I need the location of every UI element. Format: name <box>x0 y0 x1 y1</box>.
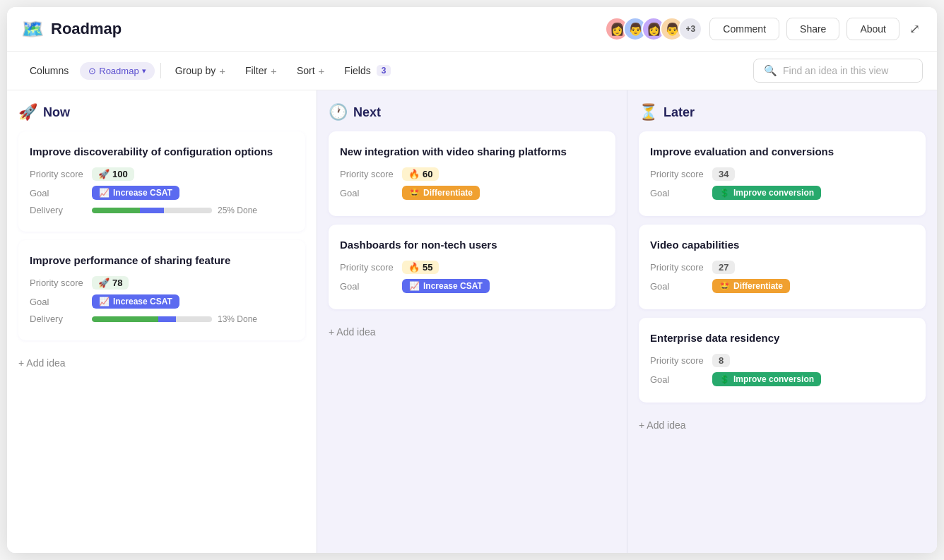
priority-label-7: Priority score <box>650 355 707 366</box>
card-5-goal-label: Improve conversion <box>733 188 814 198</box>
next-emoji: 🕐 <box>329 103 348 121</box>
card-1[interactable]: Improve discoverability of configuration… <box>18 131 305 232</box>
board: 🚀 Now Improve discoverability of configu… <box>7 90 937 553</box>
column-later-header: ⏳ Later <box>639 103 926 121</box>
avatars-group: 👩 👨 👩 👨 +3 <box>605 17 702 41</box>
now-add-idea[interactable]: + Add idea <box>18 355 305 371</box>
roadmap-selector[interactable]: ⊙ Roadmap ▾ <box>80 62 154 80</box>
card-6-goal-badge: 🤩 Differentiate <box>712 279 790 293</box>
card-5-score-value: 34 <box>719 169 728 179</box>
later-add-idea[interactable]: + Add idea <box>639 417 926 434</box>
card-1-delivery: Delivery 25% Done <box>30 205 294 215</box>
card-6-title: Video capabilities <box>650 237 914 252</box>
card-7-score-value: 8 <box>719 355 724 366</box>
card-2-priority: Priority score 🚀 78 <box>30 276 294 290</box>
card-2-score-badge: 🚀 78 <box>92 276 129 290</box>
card-4-score-value: 55 <box>423 262 432 273</box>
next-add-idea[interactable]: + Add idea <box>329 323 615 340</box>
columns-label: Columns <box>30 65 69 76</box>
priority-label-4: Priority score <box>340 262 396 273</box>
card-6-goal-label: Differentiate <box>733 281 783 291</box>
now-emoji: 🚀 <box>18 103 37 121</box>
card-4-goal-badge: 📈 Increase CSAT <box>402 279 490 293</box>
fields-count-badge: 3 <box>377 65 391 76</box>
card-2-delivery-bar-container: 13% Done <box>92 314 257 324</box>
card-1-title: Improve discoverability of configuration… <box>30 144 294 159</box>
comment-button[interactable]: Comment <box>709 18 779 40</box>
filter-button[interactable]: Filter + <box>237 61 285 81</box>
card-3-priority: Priority score 🔥 60 <box>340 167 604 181</box>
header-left: 🗺️ Roadmap <box>21 18 122 40</box>
goal-label-1: Goal <box>30 188 86 198</box>
card-4-title: Dashboards for non-tech users <box>340 237 604 252</box>
share-button[interactable]: Share <box>786 18 839 40</box>
card-5[interactable]: Improve evaluation and conversions Prior… <box>639 131 926 216</box>
priority-label-3: Priority score <box>340 169 396 179</box>
card-1-goal-label: Increase CSAT <box>113 188 172 198</box>
expand-button[interactable]: ⤢ <box>907 18 923 40</box>
sort-button[interactable]: Sort + <box>288 61 333 81</box>
card-4[interactable]: Dashboards for non-tech users Priority s… <box>329 225 615 309</box>
card-3-score-badge: 🔥 60 <box>402 167 439 181</box>
card-1-bar-green <box>92 208 140 213</box>
card-7-goal-emoji: 💲 <box>719 374 730 384</box>
column-next-header: 🕐 Next <box>329 103 615 121</box>
card-1-delivery-pct: 25% Done <box>218 205 257 215</box>
goal-label-2: Goal <box>30 297 86 307</box>
now-title: Now <box>43 105 70 120</box>
card-1-delivery-bar-container: 25% Done <box>92 205 257 215</box>
column-now: 🚀 Now Improve discoverability of configu… <box>7 90 317 553</box>
card-2-goal-emoji: 📈 <box>99 297 110 306</box>
chevron-down-icon: ▾ <box>142 66 146 76</box>
card-7-priority: Priority score 8 <box>650 354 914 367</box>
card-6-score-value: 27 <box>719 262 728 273</box>
fields-button[interactable]: Fields 3 <box>336 61 399 81</box>
header-right: 👩 👨 👩 👨 +3 Comment Share About ⤢ <box>605 17 923 41</box>
goal-label-5: Goal <box>650 188 707 198</box>
card-2-delivery: Delivery 13% Done <box>30 314 294 324</box>
card-3-goal: Goal 🤩 Differentiate <box>340 186 604 200</box>
card-1-score-badge: 🚀 100 <box>92 167 134 181</box>
search-placeholder: Find an idea in this view <box>783 65 888 76</box>
card-7[interactable]: Enterprise data residency Priority score… <box>639 318 926 403</box>
card-3[interactable]: New integration with video sharing platf… <box>329 131 615 216</box>
priority-label: Priority score <box>30 169 86 179</box>
priority-label-2: Priority score <box>30 278 86 288</box>
roadmap-label: Roadmap <box>99 66 138 76</box>
search-box[interactable]: 🔍 Find an idea in this view <box>753 59 923 83</box>
card-5-goal-badge: 💲 Improve conversion <box>712 186 821 200</box>
card-6-goal: Goal 🤩 Differentiate <box>650 279 914 293</box>
card-5-goal: Goal 💲 Improve conversion <box>650 186 914 200</box>
app-window: 🗺️ Roadmap 👩 👨 👩 👨 +3 Comment Sha <box>7 7 937 553</box>
card-7-goal-badge: 💲 Improve conversion <box>712 372 821 386</box>
card-2-delivery-bar <box>92 316 212 322</box>
later-title: Later <box>663 105 695 120</box>
column-next: 🕐 Next New integration with video sharin… <box>317 90 627 553</box>
group-by-button[interactable]: Group by + <box>167 61 234 81</box>
card-5-score-badge: 34 <box>712 167 735 181</box>
plus-icon-filter: + <box>271 65 277 77</box>
card-1-goal-emoji: 📈 <box>99 188 110 198</box>
card-2[interactable]: Improve performance of sharing feature P… <box>18 240 305 340</box>
card-3-score-value: 60 <box>423 169 432 179</box>
columns-button[interactable]: Columns <box>21 61 77 81</box>
delivery-label-2: Delivery <box>30 314 86 324</box>
card-3-title: New integration with video sharing platf… <box>340 144 604 159</box>
goal-label-6: Goal <box>650 281 707 292</box>
card-3-score-emoji: 🔥 <box>408 169 420 179</box>
goal-label-4: Goal <box>340 281 396 292</box>
card-2-goal-label: Increase CSAT <box>113 297 172 306</box>
card-7-goal-label: Improve conversion <box>733 374 814 384</box>
card-7-goal: Goal 💲 Improve conversion <box>650 372 914 386</box>
next-title: Next <box>353 105 381 120</box>
check-icon: ⊙ <box>88 66 96 76</box>
card-5-title: Improve evaluation and conversions <box>650 144 914 159</box>
card-5-goal-emoji: 💲 <box>719 188 730 198</box>
avatar-overflow[interactable]: +3 <box>678 17 702 41</box>
toolbar-right: 🔍 Find an idea in this view <box>753 59 923 83</box>
about-button[interactable]: About <box>846 18 899 40</box>
filter-label: Filter <box>245 65 267 76</box>
card-5-priority: Priority score 34 <box>650 167 914 181</box>
plus-icon-group: + <box>219 65 225 77</box>
card-6[interactable]: Video capabilities Priority score 27 Goa… <box>639 225 926 309</box>
